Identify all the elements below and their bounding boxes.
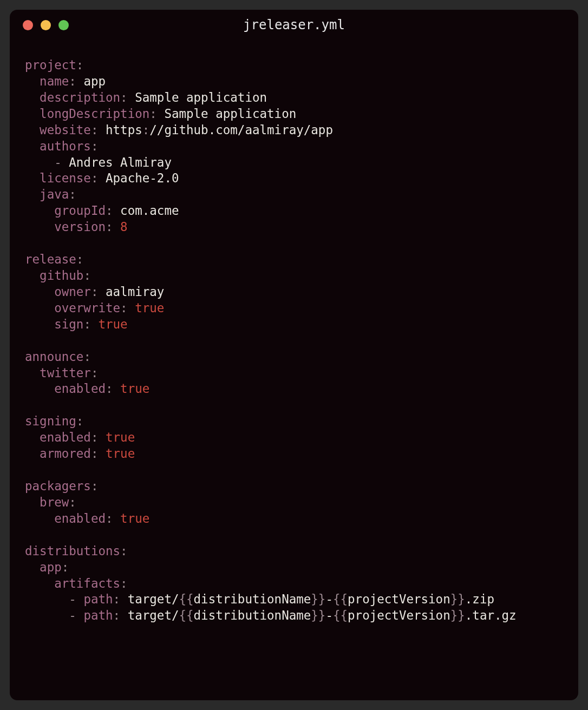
yaml-key: project	[25, 58, 76, 72]
colon: :	[83, 350, 91, 364]
colon: :	[91, 285, 99, 299]
colon: :	[91, 139, 99, 153]
rbrace: }}	[311, 608, 325, 622]
colon: :	[106, 511, 113, 525]
yaml-value: Andres Almiray	[69, 155, 172, 169]
yaml-key: twitter	[40, 366, 91, 380]
yaml-value: 8	[120, 220, 128, 234]
colon: :	[76, 58, 84, 72]
yaml-key: enabled	[40, 430, 91, 444]
yaml-value: -	[325, 592, 333, 606]
window-titlebar: jreleaser.yml	[10, 10, 578, 40]
yaml-value: com.acme	[120, 203, 179, 218]
yaml-key: release	[25, 252, 76, 266]
yaml-value: target/	[128, 608, 179, 622]
colon: :	[113, 592, 121, 606]
yaml-key: path	[83, 592, 113, 606]
yaml-key: groupId	[54, 203, 106, 218]
yaml-value: .zip	[465, 592, 494, 606]
yaml-key: enabled	[54, 511, 106, 525]
colon: :	[91, 171, 99, 185]
colon: :	[69, 187, 76, 201]
colon: :	[120, 90, 128, 104]
colon: :	[91, 366, 99, 380]
colon: :	[149, 107, 157, 121]
yaml-key: java	[40, 187, 69, 201]
yaml-key: github	[40, 268, 83, 282]
lbrace: {{	[333, 608, 348, 622]
yaml-key: description	[40, 90, 120, 104]
yaml-value: https	[106, 123, 142, 137]
rbrace: }}	[450, 608, 465, 622]
colon: :	[91, 479, 99, 493]
yaml-value: .tar.gz	[465, 608, 517, 622]
yaml-key: app	[40, 560, 62, 574]
yaml-key: version	[54, 220, 106, 234]
yaml-value: true	[120, 382, 149, 396]
yaml-key: armored	[40, 446, 91, 461]
colon: :	[69, 495, 76, 509]
yaml-key: sign	[54, 317, 83, 331]
yaml-value: true	[135, 301, 164, 315]
yaml-var: projectVersion	[348, 608, 450, 622]
colon: :	[76, 252, 84, 266]
close-icon[interactable]	[23, 20, 33, 30]
colon: :	[106, 203, 113, 218]
colon: :	[142, 123, 150, 137]
colon: :	[69, 74, 76, 88]
yaml-value: Apache-2.0	[106, 171, 179, 185]
yaml-value: Sample application	[135, 90, 267, 104]
colon: :	[106, 382, 113, 396]
yaml-value: Sample application	[164, 107, 296, 121]
yaml-var: distributionName	[194, 608, 311, 622]
lbrace: {{	[179, 608, 193, 622]
colon: :	[83, 317, 91, 331]
yaml-value: target/	[128, 592, 179, 606]
yaml-key: distributions	[25, 544, 120, 558]
yaml-key: overwrite	[54, 301, 120, 315]
colon: :	[106, 220, 113, 234]
zoom-icon[interactable]	[58, 20, 69, 30]
colon: :	[83, 268, 91, 282]
colon: :	[113, 608, 121, 622]
yaml-key: longDescription	[40, 107, 149, 121]
rbrace: }}	[311, 592, 325, 606]
yaml-key: authors	[40, 139, 91, 153]
colon: :	[120, 576, 128, 590]
yaml-var: distributionName	[194, 592, 311, 606]
yaml-value: app	[83, 74, 106, 88]
yaml-value: true	[120, 511, 149, 525]
window-title: jreleaser.yml	[243, 17, 345, 32]
colon: :	[91, 446, 99, 461]
lbrace: {{	[333, 592, 348, 606]
yaml-key: license	[40, 171, 91, 185]
colon: :	[120, 544, 128, 558]
yaml-value: true	[98, 317, 127, 331]
yaml-key: name	[40, 74, 69, 88]
code-content[interactable]: project: name: app description: Sample a…	[10, 40, 578, 700]
minimize-icon[interactable]	[41, 20, 51, 30]
yaml-var: projectVersion	[348, 592, 450, 606]
yaml-value: //github.com/aalmiray/app	[149, 123, 333, 137]
colon: :	[120, 301, 128, 315]
colon: :	[91, 430, 99, 444]
rbrace: }}	[450, 592, 465, 606]
yaml-value: true	[106, 446, 135, 461]
list-dash: -	[69, 608, 76, 622]
yaml-key: signing	[25, 414, 76, 428]
yaml-value: true	[106, 430, 135, 444]
yaml-key: website	[40, 123, 91, 137]
yaml-key: owner	[54, 285, 91, 299]
yaml-value: -	[325, 608, 333, 622]
colon: :	[76, 414, 84, 428]
yaml-key: artifacts	[54, 576, 120, 590]
editor-window: jreleaser.yml project: name: app descrip…	[10, 10, 578, 700]
yaml-value: aalmiray	[106, 285, 164, 299]
yaml-key: brew	[40, 495, 69, 509]
lbrace: {{	[179, 592, 193, 606]
colon: :	[62, 560, 69, 574]
list-dash: -	[69, 592, 76, 606]
yaml-key: enabled	[54, 382, 106, 396]
list-dash: -	[54, 155, 62, 169]
yaml-key: packagers	[25, 479, 91, 493]
